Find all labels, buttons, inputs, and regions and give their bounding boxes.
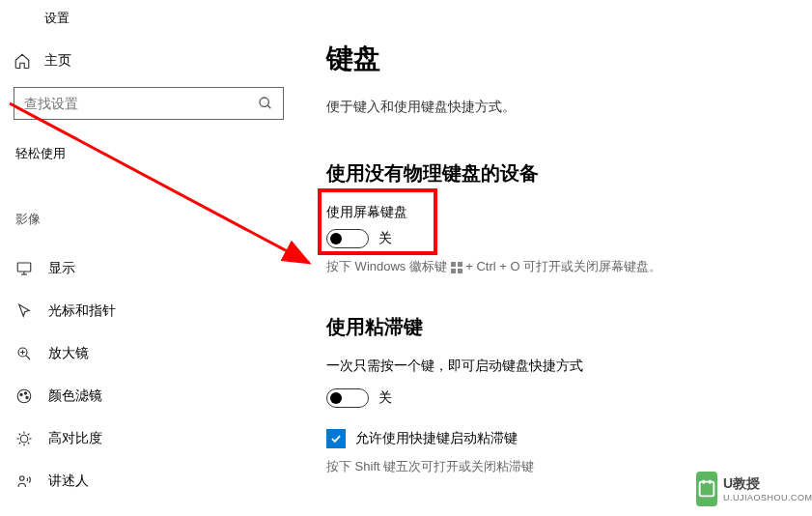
toggle-knob bbox=[330, 233, 342, 244]
monitor-icon bbox=[15, 260, 33, 277]
svg-line-21 bbox=[28, 434, 30, 436]
contrast-icon bbox=[15, 430, 33, 447]
svg-point-11 bbox=[24, 392, 26, 394]
page-title: 键盘 bbox=[326, 41, 812, 77]
sidebar-item-label: 高对比度 bbox=[48, 430, 102, 447]
sidebar-item-colorfilters[interactable]: 颜色滤镜 bbox=[14, 375, 299, 417]
app-title: 设置 bbox=[44, 10, 299, 27]
windows-logo-icon bbox=[451, 262, 462, 273]
onscreen-keyboard-hint: 按下 Windows 徽标键 + Ctrl + O 可打开或关闭屏幕键盘。 bbox=[326, 258, 812, 275]
intro-text: 便于键入和使用键盘快捷方式。 bbox=[326, 99, 812, 116]
sidebar-item-label: 讲述人 bbox=[48, 473, 89, 490]
watermark-url: U.UJIAOSHOU.COM bbox=[723, 493, 812, 502]
search-input[interactable] bbox=[24, 96, 258, 111]
onscreen-keyboard-toggle[interactable] bbox=[326, 229, 369, 248]
svg-rect-23 bbox=[451, 262, 456, 267]
svg-point-10 bbox=[20, 393, 22, 395]
onscreen-keyboard-state: 关 bbox=[378, 230, 392, 247]
sidebar-item-highcontrast[interactable]: 高对比度 bbox=[14, 417, 299, 460]
svg-rect-30 bbox=[702, 480, 705, 484]
sticky-keys-desc: 一次只需按一个键，即可启动键盘快捷方式 bbox=[326, 358, 812, 375]
home-icon bbox=[14, 52, 31, 70]
sticky-shortcut-label: 允许使用快捷键启动粘滞键 bbox=[355, 430, 518, 447]
home-label: 主页 bbox=[44, 52, 71, 70]
watermark: U教授 U.UJIAOSHOU.COM bbox=[696, 462, 812, 516]
search-icon bbox=[258, 96, 273, 111]
sidebar-item-display[interactable]: 显示 bbox=[14, 247, 299, 290]
main-content: 键盘 便于键入和使用键盘快捷方式。 使用没有物理键盘的设备 使用屏幕键盘 关 按… bbox=[326, 0, 812, 475]
svg-rect-25 bbox=[451, 269, 456, 273]
sidebar-item-magnifier[interactable]: 放大镜 bbox=[14, 332, 299, 375]
sidebar-item-label: 颜色滤镜 bbox=[48, 387, 102, 405]
svg-point-0 bbox=[260, 98, 268, 106]
section-heading-sticky: 使用粘滞键 bbox=[326, 314, 812, 340]
sidebar-item-label: 显示 bbox=[48, 260, 75, 277]
sticky-shortcut-checkbox-row: 允许使用快捷键启动粘滞键 bbox=[326, 429, 812, 448]
svg-line-19 bbox=[28, 443, 30, 444]
category-label: 轻松使用 bbox=[15, 145, 299, 162]
svg-point-13 bbox=[20, 435, 28, 443]
sticky-keys-state: 关 bbox=[378, 389, 392, 407]
sticky-keys-toggle[interactable] bbox=[326, 388, 369, 408]
home-nav[interactable]: 主页 bbox=[14, 48, 299, 73]
svg-point-9 bbox=[17, 389, 31, 403]
sidebar-section-label: 影像 bbox=[15, 211, 299, 228]
sidebar-item-label: 光标和指针 bbox=[48, 302, 116, 320]
narrator-icon bbox=[15, 473, 33, 490]
sidebar-item-label: 放大镜 bbox=[48, 345, 89, 362]
toggle-knob bbox=[330, 392, 342, 404]
cursor-icon bbox=[15, 302, 33, 320]
svg-line-18 bbox=[19, 434, 21, 436]
magnifier-icon bbox=[15, 345, 33, 362]
svg-rect-29 bbox=[700, 482, 714, 497]
sidebar-item-narrator[interactable]: 讲述人 bbox=[14, 460, 299, 502]
watermark-logo-icon bbox=[696, 472, 717, 506]
svg-rect-2 bbox=[17, 263, 31, 272]
svg-point-22 bbox=[20, 476, 25, 481]
svg-line-6 bbox=[26, 356, 30, 359]
watermark-title: U教授 bbox=[723, 475, 812, 493]
sticky-keys-toggle-row: 关 bbox=[326, 388, 812, 408]
onscreen-keyboard-label: 使用屏幕键盘 bbox=[326, 204, 812, 221]
svg-line-1 bbox=[267, 105, 270, 108]
svg-rect-31 bbox=[709, 480, 712, 484]
svg-point-12 bbox=[26, 396, 28, 398]
palette-icon bbox=[15, 387, 33, 405]
onscreen-keyboard-toggle-row: 关 bbox=[326, 229, 812, 248]
sidebar-item-cursor[interactable]: 光标和指针 bbox=[14, 290, 299, 332]
section-heading-onscreen: 使用没有物理键盘的设备 bbox=[326, 160, 812, 186]
sticky-shortcut-checkbox[interactable] bbox=[326, 429, 346, 448]
search-box[interactable] bbox=[14, 87, 284, 120]
svg-line-20 bbox=[19, 443, 21, 444]
sidebar: 设置 主页 轻松使用 影像 显示 光标和指针 放大镜 颜色 bbox=[0, 0, 299, 502]
